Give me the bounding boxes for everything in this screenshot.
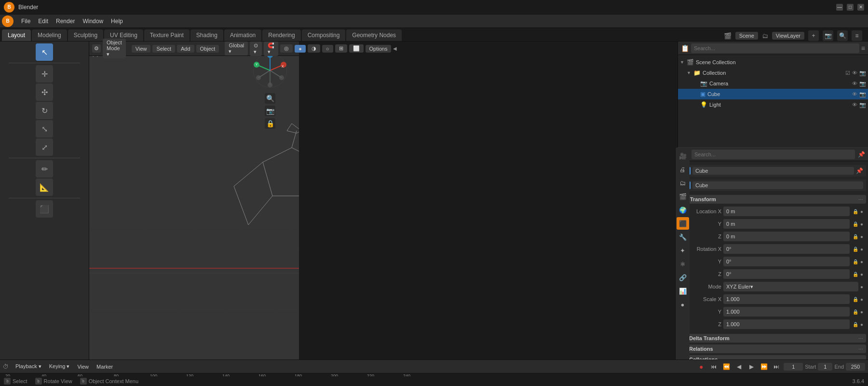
outliner-light[interactable]: ▶ 💡 Light 👁 📷 <box>678 99 868 110</box>
delta-transform-section[interactable]: ▶ Delta Transform ⋯ <box>680 334 866 343</box>
tool-measure[interactable]: 📐 <box>36 179 53 196</box>
jump-start-button[interactable]: ⏮ <box>708 361 719 372</box>
prop-data-icon[interactable]: 📊 <box>677 285 689 297</box>
lock-view[interactable]: 🔒 <box>265 118 275 129</box>
outliner-search[interactable] <box>691 43 859 53</box>
options-button[interactable]: Options <box>366 45 392 53</box>
location-x-field[interactable]: 0 m <box>723 207 850 216</box>
scale-x-field[interactable]: 1.000 <box>723 294 850 304</box>
rotation-x-dot[interactable]: ● <box>860 247 863 252</box>
tool-transform[interactable]: ⤢ <box>36 138 53 156</box>
rotation-x-lock[interactable]: 🔒 <box>853 247 858 252</box>
tab-layout[interactable]: Layout <box>2 29 31 41</box>
scale-z-lock[interactable]: 🔒 <box>853 322 858 327</box>
prop-scene-icon[interactable]: 🎬 <box>677 190 689 203</box>
scale-y-dot[interactable]: ● <box>860 309 863 315</box>
render-button[interactable]: 📷 <box>823 30 833 41</box>
jump-end-button[interactable]: ⏭ <box>771 361 782 372</box>
tab-geometry-nodes[interactable]: Geometry Nodes <box>346 29 402 41</box>
tab-modeling[interactable]: Modeling <box>32 29 67 41</box>
pin-icon[interactable]: 📌 <box>856 167 863 174</box>
scale-y-field[interactable]: 1.000 <box>723 307 850 317</box>
scale-x-lock[interactable]: 🔒 <box>853 297 858 302</box>
prop-object-icon[interactable]: ⬛ <box>677 217 689 230</box>
cube-render-icon[interactable]: 📷 <box>859 91 866 97</box>
outliner-camera[interactable]: ▶ 📷 Camera 👁 📷 <box>678 78 868 89</box>
prop-render-icon[interactable]: 🎥 <box>677 150 689 162</box>
scale-y-lock[interactable]: 🔒 <box>853 309 858 315</box>
collapse-button[interactable]: ◀ <box>393 46 397 51</box>
end-frame-field[interactable]: 250 <box>846 363 865 371</box>
location-y-dot[interactable]: ● <box>860 221 863 227</box>
location-x-lock[interactable]: 🔒 <box>853 209 858 214</box>
mode-selector[interactable]: Object Mode ▾ <box>103 39 126 58</box>
keying-menu[interactable]: Keying ▾ <box>46 363 73 370</box>
rotation-y-field[interactable]: 0° <box>723 257 850 266</box>
mode-field[interactable]: XYZ Euler ▾ <box>723 282 858 291</box>
tool-cursor[interactable]: ✛ <box>36 65 53 83</box>
camera-eye-icon[interactable]: 👁 <box>852 81 857 87</box>
snap-button[interactable]: 🧲 ▾ <box>264 41 278 56</box>
scale-x-dot[interactable]: ● <box>860 297 863 302</box>
scale-z-dot[interactable]: ● <box>860 322 863 327</box>
object-data-label[interactable]: Cube <box>692 181 863 189</box>
menu-render[interactable]: Render <box>52 17 79 26</box>
overlay-toggle[interactable]: ⊞ <box>335 44 347 53</box>
prev-frame-button[interactable]: ⏪ <box>721 361 732 372</box>
viewport-shading-material[interactable]: ◑ <box>308 44 320 53</box>
maximize-button[interactable]: □ <box>847 4 854 11</box>
tab-compositing[interactable]: Compositing <box>302 29 346 41</box>
rotation-z-dot[interactable]: ● <box>860 272 863 277</box>
tool-add-cube[interactable]: ⬛ <box>36 200 53 218</box>
location-z-field[interactable]: 0 m <box>723 232 850 241</box>
scale-z-field[interactable]: 1.000 <box>723 319 850 329</box>
viewport-gizmo[interactable]: X Y Z 🔍 📷 🔒 <box>251 51 289 129</box>
light-render-icon[interactable]: 📷 <box>859 102 866 108</box>
record-button[interactable]: ● <box>696 361 706 372</box>
play-reverse-button[interactable]: ◀ <box>733 361 744 372</box>
search-button[interactable]: 🔍 <box>837 30 848 41</box>
prop-physics-icon[interactable]: ⚛ <box>677 258 689 270</box>
xray-toggle[interactable]: ⬜ <box>349 44 364 53</box>
viewlayer-label[interactable]: ViewLayer <box>772 32 804 40</box>
collections-section[interactable]: ▶ Collections ⋯ <box>680 355 866 359</box>
collection-render-icon[interactable]: 📷 <box>859 70 866 76</box>
tool-rotate[interactable]: ↻ <box>36 102 53 119</box>
tab-animation[interactable]: Animation <box>224 29 261 41</box>
tool-select[interactable]: ↖ <box>36 43 53 61</box>
location-x-dot[interactable]: ● <box>860 209 863 214</box>
prop-world-icon[interactable]: 🌍 <box>677 204 689 216</box>
menu-help[interactable]: Help <box>107 17 127 26</box>
prop-modifier-icon[interactable]: 🔧 <box>677 231 689 243</box>
object-menu[interactable]: Object <box>196 45 219 53</box>
outliner-cube[interactable]: ▶ ▣ Cube 👁 📷 <box>678 89 868 99</box>
pivot-button[interactable]: ⊙ ▾ <box>250 41 262 56</box>
relations-section[interactable]: ▶ Relations ⋯ <box>680 345 866 353</box>
rotation-z-field[interactable]: 0° <box>723 269 850 279</box>
tab-sculpting[interactable]: Sculpting <box>68 29 103 41</box>
prop-particles-icon[interactable]: ✦ <box>677 244 689 257</box>
location-y-field[interactable]: 0 m <box>723 219 850 229</box>
viewport-shading-solid[interactable]: ● <box>295 45 306 53</box>
new-scene-button[interactable]: + <box>808 30 819 41</box>
light-eye-icon[interactable]: 👁 <box>852 102 857 108</box>
transform-section-header[interactable]: ▼ Transform ⋯ <box>680 195 866 204</box>
playback-menu[interactable]: Playback ▾ <box>13 363 44 370</box>
camera-render-icon[interactable]: 📷 <box>859 81 866 87</box>
cube-eye-icon[interactable]: 👁 <box>852 91 857 97</box>
next-frame-button[interactable]: ⏩ <box>759 361 769 372</box>
relations-options[interactable]: ⋯ <box>858 346 863 352</box>
filter-button[interactable]: ≡ <box>852 30 862 41</box>
proportional-button[interactable]: ◎ <box>280 44 293 53</box>
outliner-filter-icon[interactable]: ≡ <box>861 44 865 52</box>
current-frame-field[interactable]: 1 <box>784 363 803 371</box>
viewport-3d[interactable]: User Perspective (1) Collection | Cube X… <box>89 41 299 359</box>
rotation-y-lock[interactable]: 🔒 <box>853 259 858 264</box>
rotation-y-dot[interactable]: ● <box>860 259 863 264</box>
tab-rendering[interactable]: Rendering <box>262 29 300 41</box>
menu-edit[interactable]: Edit <box>34 17 52 26</box>
tab-shading[interactable]: Shading <box>190 29 223 41</box>
play-button[interactable]: ▶ <box>746 361 757 372</box>
transform-dropdown[interactable]: Global ▾ <box>225 41 248 55</box>
transform-options[interactable]: ⋯ <box>858 197 863 202</box>
